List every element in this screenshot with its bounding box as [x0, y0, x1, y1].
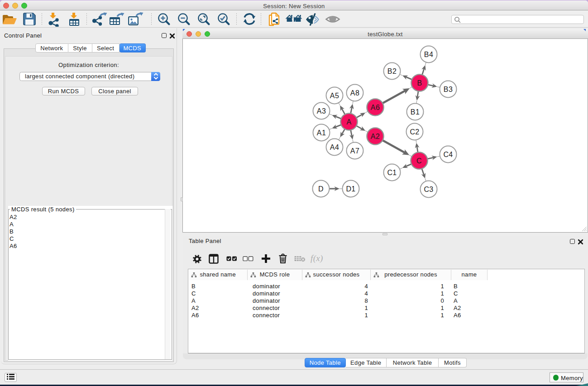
svg-text:C2: C2 [410, 128, 419, 136]
svg-text:A6: A6 [371, 104, 380, 111]
svg-text:D: D [318, 185, 324, 193]
svg-text:B1: B1 [411, 108, 420, 116]
svg-text:A7: A7 [350, 147, 359, 155]
svg-text:C3: C3 [424, 186, 433, 193]
svg-text:A: A [346, 118, 351, 126]
svg-text:B4: B4 [424, 51, 433, 58]
svg-text:C4: C4 [443, 151, 453, 158]
svg-text:B3: B3 [444, 86, 453, 93]
svg-text:C1: C1 [387, 169, 397, 176]
svg-text:B2: B2 [387, 67, 397, 75]
svg-text:A5: A5 [330, 92, 339, 100]
svg-text:A1: A1 [317, 129, 326, 137]
svg-text:D1: D1 [346, 185, 355, 193]
svg-text:A4: A4 [330, 143, 339, 151]
svg-text:C: C [416, 157, 422, 165]
svg-text:A2: A2 [371, 133, 380, 140]
svg-text:A8: A8 [350, 89, 359, 97]
svg-text:B: B [417, 79, 422, 87]
svg-text:A3: A3 [317, 107, 326, 115]
